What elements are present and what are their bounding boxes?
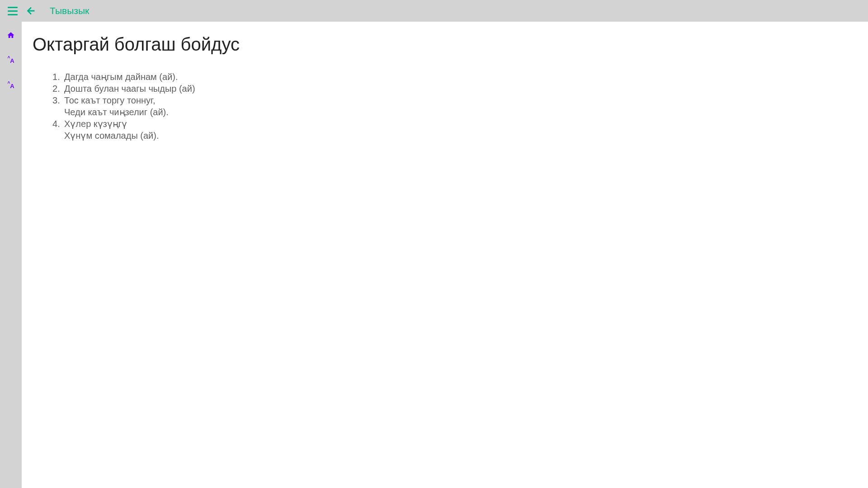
riddle-list: Дагда чаңгым дайнам (ай). Дошта булан ча… (52, 71, 857, 141)
topbar-title: Тывызык (50, 5, 89, 16)
font-size-increase-button[interactable]: ^A (3, 53, 19, 68)
hamburger-icon (8, 7, 18, 15)
font-size-icon: ^A (7, 56, 14, 64)
arrow-left-icon (25, 5, 36, 16)
back-button[interactable] (22, 2, 40, 20)
menu-button[interactable] (4, 2, 22, 20)
home-button[interactable] (3, 28, 19, 42)
riddle-text: Дагда чаңгым дайнам (ай). (64, 72, 178, 82)
list-item: Тос каът торгу тоннуг, Чеди каът чиңзели… (52, 94, 857, 118)
list-item: Дагда чаңгым дайнам (ай). (52, 71, 857, 83)
topbar: Тывызык (0, 0, 868, 22)
riddle-text: Тос каът торгу тоннуг, Чеди каът чиңзели… (64, 95, 169, 117)
list-item: Дошта булан чаагы чыдыр (ай) (52, 83, 857, 94)
font-size-decrease-button[interactable]: ^A (3, 79, 19, 93)
riddle-text: Дошта булан чаагы чыдыр (ай) (64, 84, 195, 94)
page-title: Октаргай болгаш бойдус (33, 34, 857, 55)
riddle-text: Хүлер күзүңгү Хүнүм сомалады (ай). (64, 119, 159, 141)
list-item: Хүлер күзүңгү Хүнүм сомалады (ай). (52, 118, 857, 141)
content-area: Октаргай болгаш бойдус Дагда чаңгым дайн… (22, 22, 868, 488)
font-size-icon: ^A (7, 82, 14, 89)
home-icon (7, 31, 15, 39)
sidebar: ^A ^A (0, 22, 22, 488)
